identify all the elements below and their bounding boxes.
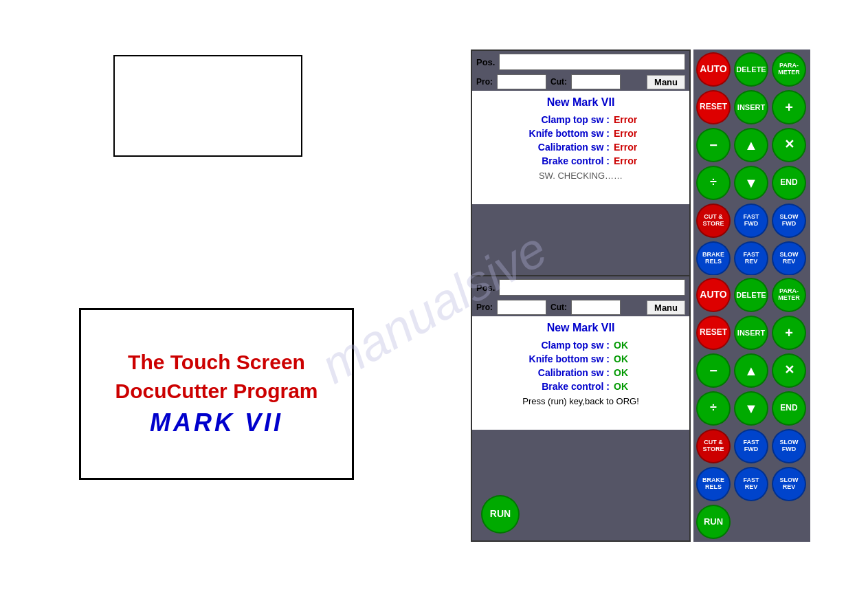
pro-input-top[interactable] <box>497 74 546 89</box>
info-area-bottom: New Mark VII Clamp top sw : OK Knife bot… <box>472 316 689 430</box>
info-key-2-top: Calibration sw : <box>513 142 610 153</box>
parameter-button-bottom[interactable]: PARA-METER <box>772 278 806 312</box>
cut-store-button-top[interactable]: CUT &STORE <box>696 204 731 238</box>
info-line3: MARK VII <box>150 408 283 437</box>
pro-cut-row-bottom: Pro: Cut: Manu <box>472 298 689 316</box>
run-button-bottom[interactable]: RUN <box>696 505 731 539</box>
info-key-2-bottom: Calibration sw : <box>513 367 610 378</box>
end-button-bottom[interactable]: END <box>772 391 806 426</box>
cut-input-top[interactable] <box>571 74 621 89</box>
info-val-0-top: Error <box>614 114 648 125</box>
up-button-bottom[interactable]: ▲ <box>734 353 768 388</box>
info-key-1-bottom: Knife bottom sw : <box>513 353 610 364</box>
down-button-bottom[interactable]: ▼ <box>734 391 768 426</box>
brake-rels-button-top[interactable]: BRAKERELS <box>696 241 731 276</box>
cut-label-bottom: Cut: <box>550 303 567 312</box>
standalone-run-container: RUN <box>481 495 520 534</box>
pos-label-top: Pos. <box>476 57 495 67</box>
delete-button-top[interactable]: DELETE <box>734 52 768 87</box>
info-val-2-bottom: OK <box>614 367 648 378</box>
info-area-top: New Mark VII Clamp top sw : Error Knife … <box>472 91 689 204</box>
auto-button-bottom[interactable]: AUTO <box>696 278 731 312</box>
info-line2: DocuCutter Program <box>115 380 318 403</box>
pro-input-bottom[interactable] <box>497 300 546 315</box>
manu-button-bottom[interactable]: Manu <box>647 300 685 315</box>
insert-button-top[interactable]: INSERT <box>734 90 768 124</box>
info-title-top: New Mark VII <box>479 96 682 109</box>
fast-rev-button-bottom[interactable]: FASTREV <box>734 467 768 501</box>
info-row-0-top: Clamp top sw : Error <box>479 114 682 125</box>
info-val-3-top: Error <box>614 155 648 166</box>
info-status-top: SW. CHECKING…… <box>479 171 682 181</box>
info-title-bottom: New Mark VII <box>479 322 682 334</box>
pos-row-top: Pos. <box>472 51 689 73</box>
info-val-0-bottom: OK <box>614 340 648 351</box>
info-row-0-bottom: Clamp top sw : OK <box>479 340 682 351</box>
info-press-bottom: Press (run) key,back to ORG! <box>479 396 682 406</box>
up-button-top[interactable]: ▲ <box>734 128 768 162</box>
cut-store-button-bottom[interactable]: CUT &STORE <box>696 429 731 463</box>
pos-input-top[interactable] <box>499 54 685 70</box>
down-button-top[interactable]: ▼ <box>734 166 768 200</box>
info-key-1-top: Knife bottom sw : <box>513 128 610 139</box>
info-line1: The Touch Screen <box>128 351 305 374</box>
standalone-run-button[interactable]: RUN <box>481 495 520 534</box>
pos-row-bottom: Pos. <box>472 276 689 298</box>
pro-label-top: Pro: <box>476 77 493 87</box>
parameter-button-top[interactable]: PARA-METER <box>772 52 806 87</box>
pro-label-bottom: Pro: <box>476 303 493 312</box>
plus-button-bottom[interactable]: + <box>772 316 806 350</box>
info-row-3-top: Brake control : Error <box>479 155 682 166</box>
slow-rev-button-top[interactable]: SLOWREV <box>772 241 806 276</box>
cut-input-bottom[interactable] <box>571 300 621 315</box>
bottom-left-info-box: The Touch Screen DocuCutter Program MARK… <box>79 308 354 480</box>
info-row-2-top: Calibration sw : Error <box>479 142 682 153</box>
reset-button-bottom[interactable]: RESET <box>696 316 731 350</box>
slow-rev-button-bottom[interactable]: SLOWREV <box>772 467 806 501</box>
manu-button-top[interactable]: Manu <box>647 75 685 89</box>
end-button-top[interactable]: END <box>772 166 806 200</box>
top-left-box <box>113 55 302 157</box>
info-key-0-top: Clamp top sw : <box>513 114 610 125</box>
info-row-2-bottom: Calibration sw : OK <box>479 367 682 378</box>
plus-button-top[interactable]: + <box>772 90 806 124</box>
info-val-2-top: Error <box>614 142 648 153</box>
insert-button-bottom[interactable]: INSERT <box>734 316 768 350</box>
info-row-3-bottom: Brake control : OK <box>479 381 682 392</box>
fast-rev-button-top[interactable]: FASTREV <box>734 241 768 276</box>
brake-rels-button-bottom[interactable]: BRAKERELS <box>696 467 731 501</box>
info-key-3-bottom: Brake control : <box>513 381 610 392</box>
div-button-top[interactable]: ÷ <box>696 166 731 200</box>
x-button-bottom[interactable]: ✕ <box>772 353 806 388</box>
slow-fwd-button-top[interactable]: SLOWFWD <box>772 204 806 238</box>
pro-cut-row-top: Pro: Cut: Manu <box>472 73 689 91</box>
minus-button-top[interactable]: − <box>696 128 731 162</box>
info-val-3-bottom: OK <box>614 381 648 392</box>
fast-fwd-button-bottom[interactable]: FASTFWD <box>734 429 768 463</box>
pos-input-bottom[interactable] <box>499 279 685 296</box>
fast-fwd-button-top[interactable]: FASTFWD <box>734 204 768 238</box>
x-button-top[interactable]: ✕ <box>772 128 806 162</box>
auto-button-top[interactable]: AUTO <box>696 52 731 87</box>
pos-label-bottom: Pos. <box>476 283 495 293</box>
panel-bottom: Pos. Pro: Cut: Manu New Mark VII Clamp t… <box>471 275 810 542</box>
info-row-1-bottom: Knife bottom sw : OK <box>479 353 682 364</box>
reset-button-top[interactable]: RESET <box>696 90 731 124</box>
info-row-1-top: Knife bottom sw : Error <box>479 128 682 139</box>
slow-fwd-button-bottom[interactable]: SLOWFWD <box>772 429 806 463</box>
info-key-0-bottom: Clamp top sw : <box>513 340 610 351</box>
cut-label-top: Cut: <box>550 77 567 87</box>
info-val-1-bottom: OK <box>614 353 648 364</box>
minus-button-bottom[interactable]: − <box>696 353 731 388</box>
info-key-3-top: Brake control : <box>513 155 610 166</box>
delete-button-bottom[interactable]: DELETE <box>734 278 768 312</box>
info-val-1-top: Error <box>614 128 648 139</box>
div-button-bottom[interactable]: ÷ <box>696 391 731 426</box>
button-grid-bottom: AUTO DELETE PARA-METER RESET INSERT + − … <box>693 275 810 542</box>
